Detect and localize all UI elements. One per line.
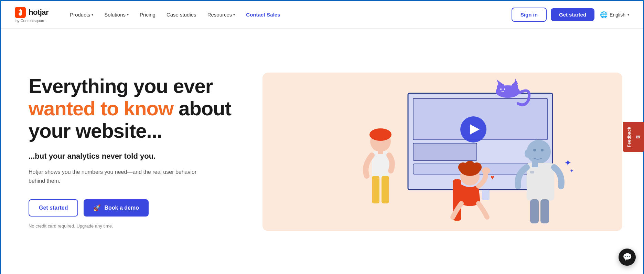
svg-text:✦: ✦ [570, 168, 574, 173]
svg-rect-4 [413, 143, 477, 160]
sign-in-button[interactable]: Sign in [512, 8, 547, 22]
get-started-button-hero[interactable]: Get started [29, 199, 78, 217]
svg-rect-36 [540, 199, 549, 223]
chevron-down-icon: ▾ [127, 13, 129, 17]
svg-point-28 [527, 140, 551, 164]
rocket-icon: 🚀 [93, 204, 101, 212]
svg-rect-33 [532, 162, 538, 167]
svg-point-30 [533, 149, 536, 151]
svg-point-8 [511, 83, 518, 91]
logo[interactable]: hotjar by Contentsquare [15, 7, 49, 23]
hero-subheading: ...but your analytics never told you. [29, 152, 242, 161]
hero-section: Everything you ever wanted to know about… [1, 29, 643, 274]
nav-item-case-studies[interactable]: Case studies [162, 9, 201, 20]
hero-body: Hotjar shows you the numbers you need—an… [29, 168, 207, 185]
svg-point-23 [465, 161, 475, 170]
hero-disclaimer: No credit card required. Upgrade any tim… [29, 223, 242, 229]
svg-point-12 [504, 88, 505, 90]
svg-point-14 [369, 128, 391, 141]
svg-rect-17 [372, 176, 379, 203]
svg-point-7 [497, 83, 505, 93]
nav-item-pricing[interactable]: Pricing [135, 9, 160, 20]
chat-bubble-button[interactable]: 💬 [619, 249, 636, 266]
svg-rect-18 [382, 176, 389, 203]
svg-point-11 [500, 88, 502, 90]
feedback-tab[interactable]: ✉ Feedback [623, 122, 644, 152]
nav-item-contact-sales[interactable]: Contact Sales [241, 9, 285, 20]
svg-rect-34 [530, 171, 534, 173]
nav-item-solutions[interactable]: Solutions ▾ [99, 9, 133, 20]
chevron-down-icon: ▾ [627, 13, 629, 17]
svg-text:✦: ✦ [565, 159, 571, 167]
feedback-icon: ✉ [635, 134, 641, 140]
svg-rect-35 [530, 199, 539, 223]
logo-text: hotjar [29, 8, 49, 17]
svg-rect-32 [527, 163, 554, 201]
nav-item-resources[interactable]: Resources ▾ [203, 9, 240, 20]
nav-actions: Sign in Get started 🌐 English ▾ [512, 8, 629, 22]
hero-highlight: wanted to know [29, 97, 173, 119]
hero-buttons: Get started 🚀 Book a demo [29, 199, 242, 217]
nav-item-products[interactable]: Products ▾ [65, 9, 98, 20]
svg-point-29 [525, 149, 530, 158]
hero-illustration-svg: ♥ [262, 73, 622, 231]
svg-rect-16 [378, 150, 383, 154]
svg-rect-25 [482, 190, 490, 200]
svg-point-26 [482, 167, 490, 174]
logo-sub: by Contentsquare [15, 19, 45, 23]
language-label: English [610, 12, 625, 18]
hero-illustration: ♥ [262, 73, 622, 231]
chevron-down-icon: ▾ [92, 13, 93, 17]
feedback-label: Feedback [626, 127, 632, 147]
main-nav: hotjar by Contentsquare Products ▾ Solut… [1, 1, 643, 29]
get-started-button-nav[interactable]: Get started [551, 8, 594, 21]
hotjar-logo-icon [15, 7, 26, 18]
svg-rect-0 [15, 7, 26, 18]
language-selector[interactable]: 🌐 English ▾ [600, 11, 629, 19]
chat-icon: 💬 [623, 253, 632, 262]
hero-heading: Everything you ever wanted to know about… [29, 75, 242, 142]
nav-links: Products ▾ Solutions ▾ Pricing Case stud… [65, 9, 512, 20]
svg-text:♥: ♥ [491, 174, 494, 181]
hero-content: Everything you ever wanted to know about… [29, 75, 242, 228]
chevron-down-icon: ▾ [233, 13, 235, 17]
svg-point-31 [541, 149, 544, 151]
illustration-container: ♥ [262, 73, 622, 231]
globe-icon: 🌐 [600, 11, 608, 19]
book-demo-button[interactable]: 🚀 Book a demo [84, 199, 148, 217]
